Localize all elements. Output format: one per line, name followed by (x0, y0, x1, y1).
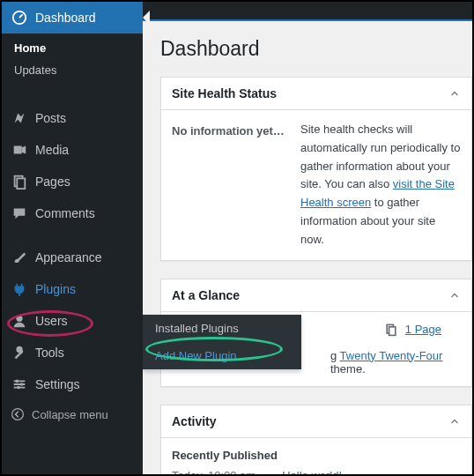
published-post-link[interactable]: Hello world! (282, 469, 342, 474)
sidebar-label-comments: Comments (35, 206, 95, 220)
flyout-installed-plugins[interactable]: Installed Plugins (143, 315, 301, 342)
sidebar-label-settings: Settings (35, 377, 80, 391)
collapse-menu[interactable]: Collapse menu (2, 400, 143, 428)
chevron-up-icon (448, 87, 461, 100)
panel-activity: Activity Recently Published Today, 10:00… (160, 405, 472, 474)
svg-point-4 (16, 316, 22, 322)
page-title: Dashboard (160, 37, 472, 61)
sidebar-item-users[interactable]: Users (2, 305, 143, 337)
sidebar-item-settings[interactable]: Settings (2, 368, 143, 400)
panel-title-site-health: Site Health Status (172, 86, 277, 100)
sidebar-item-appearance[interactable]: Appearance (2, 242, 143, 273)
collapse-icon (11, 407, 25, 421)
sidebar-item-tools[interactable]: Tools (2, 337, 143, 368)
svg-rect-1 (14, 146, 22, 154)
sidebar-item-comments[interactable]: Comments (2, 197, 143, 229)
sidebar-label-plugins: Plugins (35, 282, 76, 296)
glance-pages: 1 Page (384, 323, 441, 337)
published-date: Today, 10:00 am (172, 469, 256, 474)
panel-title-glance: At a Glance (172, 288, 240, 302)
wp-running-text: g Twenty Twenty-Four theme. (330, 349, 461, 376)
svg-point-6 (20, 383, 24, 386)
svg-point-5 (16, 380, 19, 383)
pages-icon (384, 323, 398, 337)
collapse-label: Collapse menu (32, 408, 108, 421)
recently-published-heading: Recently Published (172, 449, 461, 469)
user-icon (11, 312, 28, 330)
health-no-info: No information yet… (172, 121, 286, 249)
submenu-home[interactable]: Home (2, 37, 143, 59)
panel-header-activity[interactable]: Activity (161, 405, 471, 438)
dashboard-icon (11, 9, 28, 26)
submenu-updates[interactable]: Updates (2, 59, 143, 81)
theme-link[interactable]: Twenty Twenty-Four (340, 349, 443, 362)
brush-icon (11, 249, 28, 266)
sidebar-label-pages: Pages (35, 175, 70, 189)
comments-icon (11, 205, 28, 222)
wrench-icon (11, 344, 28, 361)
pages-count-link[interactable]: 1 Page (405, 323, 441, 336)
sidebar-item-media[interactable]: Media (2, 134, 143, 166)
sidebar-item-dashboard[interactable]: Dashboard (2, 2, 143, 33)
svg-point-8 (12, 409, 24, 420)
sidebar-label-tools: Tools (35, 346, 64, 360)
dashboard-submenu: Home Updates (2, 33, 143, 90)
plugins-flyout: Installed Plugins Add New Plugin (143, 315, 301, 369)
panel-header-glance[interactable]: At a Glance (161, 279, 471, 312)
chevron-up-icon (448, 289, 461, 301)
sidebar-item-posts[interactable]: Posts (2, 102, 143, 134)
svg-rect-10 (389, 326, 395, 335)
health-description: Site health checks will automatically ru… (300, 121, 461, 249)
sidebar-item-pages[interactable]: Pages (2, 166, 143, 197)
pin-icon (11, 109, 28, 127)
plug-icon (11, 280, 28, 298)
panel-header-site-health[interactable]: Site Health Status (161, 78, 471, 110)
sidebar-label-posts: Posts (35, 111, 66, 125)
svg-rect-3 (17, 178, 25, 189)
panel-title-activity: Activity (172, 414, 217, 428)
media-icon (11, 141, 28, 159)
svg-point-7 (17, 386, 20, 390)
sidebar-label-dashboard: Dashboard (35, 11, 96, 25)
main-content: Dashboard Site Health Status No informat… (143, 21, 472, 474)
sidebar-label-users: Users (35, 314, 68, 328)
sidebar-label-appearance: Appearance (35, 250, 102, 264)
panel-site-health: Site Health Status No information yet… S… (160, 77, 472, 261)
admin-sidebar: Dashboard Home Updates Posts Media Pages… (2, 2, 143, 474)
sliders-icon (11, 376, 28, 393)
flyout-add-new-plugin[interactable]: Add New Plugin (143, 342, 301, 369)
chevron-up-icon (448, 415, 461, 428)
pages-icon (11, 173, 28, 190)
sidebar-label-media: Media (35, 143, 69, 157)
published-row: Today, 10:00 am Hello world! (172, 469, 461, 474)
sidebar-item-plugins[interactable]: Plugins (2, 273, 143, 305)
